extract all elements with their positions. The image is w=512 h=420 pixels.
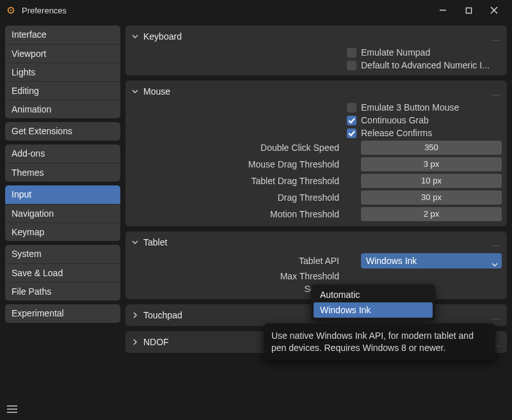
number-slider[interactable]: 350 — [361, 141, 502, 155]
sidebar-item-system[interactable]: System — [5, 245, 120, 263]
row-mouse-drag-threshold: Mouse Drag Threshold 3 px — [131, 157, 502, 171]
row-tablet-drag-threshold: Tablet Drag Threshold 10 px — [131, 174, 502, 188]
maximize-button[interactable] — [456, 1, 481, 19]
dropdown-option-windows-ink[interactable]: Windows Ink — [314, 302, 433, 318]
row-tablet-api: Tablet API Windows Ink — [131, 253, 502, 268]
section-keyboard: Keyboard Emulate Numpad Default to Advan… — [125, 26, 507, 75]
chevron-right-icon[interactable] — [131, 338, 140, 346]
sidebar-item-input[interactable]: Input — [5, 185, 120, 204]
tablet-api-dropdown[interactable]: Windows Ink — [361, 253, 502, 268]
sidebar-item-save-load[interactable]: Save & Load — [5, 263, 120, 282]
chevron-down-icon[interactable] — [131, 238, 140, 247]
preferences-window: Preferences Interface Viewport Lights Ed… — [0, 0, 512, 420]
grip-icon[interactable] — [492, 241, 502, 244]
number-slider[interactable]: 3 px — [361, 157, 502, 171]
sidebar-item-lights[interactable]: Lights — [5, 63, 120, 81]
sidebar-item-keymap[interactable]: Keymap — [5, 222, 120, 241]
sidebar-item-editing[interactable]: Editing — [5, 81, 120, 100]
sidebar: Interface Viewport Lights Editing Animat… — [5, 26, 120, 398]
row-motion-threshold: Motion Threshold 2 px — [131, 207, 502, 221]
sidebar-item-interface[interactable]: Interface — [5, 26, 120, 44]
main-panel: Keyboard Emulate Numpad Default to Advan… — [125, 26, 507, 398]
sidebar-item-file-paths[interactable]: File Paths — [5, 282, 120, 300]
option-emulate-numpad: Emulate Numpad — [131, 47, 502, 58]
sidebar-item-viewport[interactable]: Viewport — [5, 44, 120, 63]
option-release-confirms: Release Confirms — [131, 128, 502, 138]
option-advanced-numeric: Default to Advanced Numeric I... — [131, 60, 502, 70]
number-slider[interactable]: 10 px — [361, 174, 502, 188]
close-button[interactable] — [481, 1, 507, 19]
section-title: Keyboard — [143, 31, 492, 42]
checkbox[interactable] — [347, 48, 356, 58]
sidebar-item-add-ons[interactable]: Add-ons — [5, 144, 120, 163]
section-title: Tablet — [143, 237, 492, 247]
svg-point-1 — [10, 10, 12, 12]
checkbox[interactable] — [347, 128, 356, 138]
titlebar: Preferences — [0, 0, 512, 20]
dropdown-option-automatic[interactable]: Automatic — [314, 287, 433, 302]
app-icon — [5, 4, 17, 16]
row-drag-threshold: Drag Threshold 30 px — [131, 191, 502, 205]
sidebar-item-experimental[interactable]: Experimental — [5, 304, 120, 323]
checkbox[interactable] — [347, 103, 356, 113]
section-title: Mouse — [143, 86, 492, 97]
tablet-api-dropdown-panel: Automatic Windows Ink — [311, 284, 435, 320]
option-emulate-3button: Emulate 3 Button Mouse — [131, 102, 502, 113]
grip-icon[interactable] — [492, 35, 502, 38]
grip-icon[interactable] — [492, 90, 502, 93]
section-mouse: Mouse Emulate 3 Button Mouse Continuous … — [125, 81, 507, 226]
number-slider[interactable]: 30 px — [361, 191, 502, 205]
grip-icon[interactable] — [492, 314, 502, 316]
number-slider[interactable]: 2 px — [361, 207, 502, 221]
bottombar — [0, 398, 512, 420]
sidebar-item-get-extensions[interactable]: Get Extensions — [5, 122, 120, 141]
chevron-down-icon[interactable] — [131, 87, 140, 96]
checkbox[interactable] — [347, 116, 356, 125]
row-max-threshold: Max Threshold — [131, 271, 502, 281]
hamburger-icon[interactable] — [4, 401, 20, 417]
chevron-right-icon[interactable] — [131, 311, 140, 320]
sidebar-item-animation[interactable]: Animation — [5, 100, 120, 118]
sidebar-item-themes[interactable]: Themes — [5, 163, 120, 182]
chevron-down-icon — [492, 257, 498, 272]
checkbox[interactable] — [347, 61, 356, 70]
svg-rect-3 — [466, 8, 471, 13]
chevron-down-icon[interactable] — [131, 32, 140, 41]
minimize-button[interactable] — [430, 1, 456, 19]
sidebar-item-navigation[interactable]: Navigation — [5, 204, 120, 222]
window-title: Preferences — [22, 6, 430, 15]
tooltip: Use native Windows Ink API, for modern t… — [264, 323, 495, 361]
row-double-click-speed: Double Click Speed 350 — [131, 141, 502, 155]
option-continuous-grab: Continuous Grab — [131, 115, 502, 125]
